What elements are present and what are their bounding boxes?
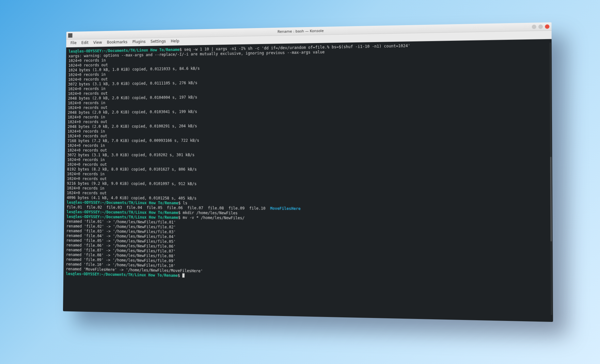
minimize-button[interactable]: [532, 24, 536, 29]
konsole-window: Rename : bash — Konsole File Edit View B…: [63, 22, 553, 322]
menu-settings[interactable]: Settings: [150, 39, 166, 44]
maximize-button[interactable]: [538, 24, 543, 29]
menu-file[interactable]: File: [71, 41, 77, 45]
menu-help[interactable]: Help: [171, 39, 179, 43]
window-title: Rename : bash — Konsole: [277, 29, 324, 34]
terminal-cursor: [182, 273, 184, 277]
close-button[interactable]: [545, 24, 549, 29]
terminal-viewport[interactable]: les@les-ODYSSEY:~/Documents/TH/Linux How…: [63, 39, 553, 322]
desktop-background: Rename : bash — Konsole File Edit View B…: [0, 0, 600, 364]
menu-bookmarks[interactable]: Bookmarks: [107, 40, 127, 45]
menu-plugins[interactable]: Plugins: [132, 40, 146, 44]
app-icon: [68, 33, 72, 38]
menu-view[interactable]: View: [93, 40, 102, 45]
menu-edit[interactable]: Edit: [81, 40, 88, 45]
